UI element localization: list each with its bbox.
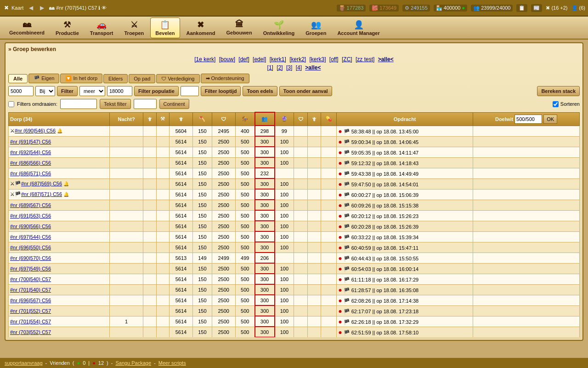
group-link-kerk2[interactable]: [kerk2] [289, 56, 306, 63]
toon-aanval-button[interactable]: Toon onder aanval [279, 86, 332, 96]
tab-elders[interactable]: Elders [103, 74, 128, 83]
reports-label: 👤 (6) [571, 5, 585, 11]
opdracht-cell: ● 🏴 59:43:38 || op 18.08. 14:49:49 [337, 168, 473, 178]
nav-forward-icon[interactable]: ▶ [38, 4, 45, 12]
nav-groepen[interactable]: 👥 Groepen [301, 18, 331, 38]
nav-ontwikkeling[interactable]: 🌱 Ontwikkeling [259, 18, 299, 38]
tab-ondersteuning[interactable]: ➡ Ondersteuning [201, 74, 249, 83]
filter-button[interactable]: Filter [57, 86, 78, 96]
nav-bevelen[interactable]: 📋 Bevelen [150, 17, 180, 38]
pop-filter-input[interactable] [8, 86, 34, 96]
village-link[interactable]: #nr (697|549) C56 [10, 266, 51, 271]
nav-back-icon[interactable]: ◀ [27, 4, 34, 12]
village-link[interactable]: #nr (701|540) C57 [10, 287, 51, 293]
tekst-filter-input[interactable] [60, 99, 97, 109]
nav-gecombineerd[interactable]: 🏘 Gecombineerd [5, 18, 49, 37]
comp-value-input[interactable] [107, 86, 132, 96]
nav-gebouwen[interactable]: 🏛 Gebouwen [221, 18, 256, 37]
group-link-kerk3[interactable]: [kerk3] [309, 56, 326, 63]
map-link[interactable]: ✖ Kaart [3, 4, 23, 12]
opdracht-text: 59:43:38 || op 18.08. 14:49:49 [351, 171, 418, 177]
comp-select[interactable]: meer [79, 86, 105, 96]
doelwit-cell [473, 295, 580, 305]
nav-productie[interactable]: ⚒ Productie [51, 18, 84, 38]
nav-transport[interactable]: 🚗 Transport [85, 18, 118, 38]
boer-cell [321, 126, 336, 136]
village-link[interactable]: #nr (690|570) C56 [10, 255, 51, 261]
group-link-zc[interactable]: [ZC] [342, 56, 352, 63]
sorteren-checkbox[interactable] [553, 101, 559, 107]
group-link-zz-test[interactable]: [zz test] [356, 56, 374, 63]
group-link-2[interactable]: [2] [277, 64, 283, 71]
village-link[interactable]: #nr (690|566) C56 [10, 224, 51, 229]
filter-looptijd-button[interactable]: Filter looptijd [201, 86, 241, 96]
tekst-filter-button[interactable]: Tekst filter [100, 99, 131, 109]
tab-op-pad[interactable]: Op pad [129, 74, 155, 83]
group-link-4[interactable]: [4] [296, 64, 302, 71]
continent-button[interactable]: Continent [159, 99, 189, 109]
tab-eigen[interactable]: 🏴 Eigen [28, 74, 59, 83]
village-link[interactable]: #nr (696|550) C56 [10, 245, 51, 250]
village-link[interactable]: #nr (687|571) C56 [21, 191, 62, 197]
village-link[interactable]: #nr (690|546) C56 [15, 128, 56, 133]
friends-paren-open: ( [73, 360, 74, 366]
katapult-cell: 100 [275, 263, 294, 274]
flag-icon: 🏴 [344, 309, 350, 314]
village-link[interactable]: #nr (696|567) C56 [10, 298, 51, 303]
nav-account-manager[interactable]: 👤 Account Manager [333, 18, 384, 38]
sangu-link[interactable]: Sangu Package [115, 360, 151, 366]
zwaard-cell [157, 295, 170, 305]
th-ram: 👥 [255, 112, 275, 126]
tab-in-het-dorp[interactable]: 🔽 In het dorp [60, 74, 102, 83]
village-link[interactable]: #nr (692|544) C56 [10, 150, 51, 155]
village-link[interactable]: #nr (701|554) C57 [10, 319, 51, 324]
nav-aankomend-label: Aankomend [187, 30, 215, 36]
meer-scripts-link[interactable]: Meer scripts [158, 360, 186, 366]
village-link[interactable]: #nr (686|571) C56 [10, 171, 51, 176]
sp-ruiter-cell: 2500 [212, 274, 235, 284]
tab-verdediging[interactable]: 🛡 Verdediging [156, 74, 199, 83]
group-link-bouw[interactable]: [bouw] [219, 56, 235, 63]
village-selector[interactable]: 🏘 #nr (707|541) C57 ℹ 👁 [49, 5, 107, 11]
village-link[interactable]: #nr (701|552) C57 [10, 308, 51, 314]
village-link[interactable]: #nr (700|540) C57 [10, 276, 51, 282]
pop-filter-select[interactable]: Bij [35, 86, 55, 96]
filter-populatie-button[interactable]: Filter populatie [134, 86, 179, 96]
continent-input[interactable] [134, 99, 157, 109]
nav-aankomend[interactable]: ✖ Aankomend [182, 18, 220, 38]
bereken-stack-button[interactable]: Bereken stack [537, 86, 580, 96]
doelwit-cell [473, 147, 580, 157]
nacht-cell [110, 305, 143, 316]
commands-icon[interactable]: 📋 [516, 4, 527, 12]
support-link[interactable]: supportaanvraag [5, 360, 43, 366]
looptijd-input[interactable] [181, 86, 199, 96]
filters-omdraaien-checkbox[interactable] [8, 101, 14, 107]
group-link-kerk1[interactable]: [kerk1] [270, 56, 286, 63]
group-link-alle1[interactable]: >alle< [378, 56, 394, 63]
doelwit-input[interactable] [514, 115, 542, 124]
village-link[interactable]: #nr (687|569) C56 [21, 181, 62, 186]
group-link-edel[interactable]: [edel] [253, 56, 266, 63]
group-link-off[interactable]: [off] [329, 56, 339, 63]
productie-icon: ⚒ [63, 20, 71, 30]
tab-alle[interactable]: Alle [8, 74, 28, 83]
group-link-1e-kerk[interactable]: [1e kerk] [194, 56, 215, 63]
group-link-alle2[interactable]: >alle< [305, 64, 321, 71]
village-link[interactable]: #nr (697|544) C56 [10, 234, 51, 240]
group-link-3[interactable]: [3] [286, 64, 292, 71]
doelwit-ok-button[interactable]: OK [543, 115, 557, 124]
village-link[interactable]: #nr (703|552) C57 [10, 329, 51, 335]
nav-troepen[interactable]: ⚔ Troepen [120, 18, 149, 38]
table-row: #nr (700|540) C5756141502500500300100● 🏴… [9, 274, 580, 284]
zwaard-cell [157, 200, 170, 210]
village-link[interactable]: #nr (689|567) C56 [10, 202, 51, 208]
katapult-cell: 100 [275, 157, 294, 168]
village-link[interactable]: #nr (691|547) C56 [10, 139, 51, 144]
group-link-1[interactable]: [1] [267, 64, 273, 71]
village-link[interactable]: #nr (691|563) C56 [10, 213, 51, 218]
toon-edels-button[interactable]: Toon edels [243, 86, 277, 96]
group-link-def[interactable]: [def] [238, 56, 249, 63]
village-link[interactable]: #nr (686|566) C56 [10, 160, 51, 166]
reports-icon[interactable]: 📰 [531, 4, 542, 12]
friends-red-count: 12 [98, 360, 104, 366]
